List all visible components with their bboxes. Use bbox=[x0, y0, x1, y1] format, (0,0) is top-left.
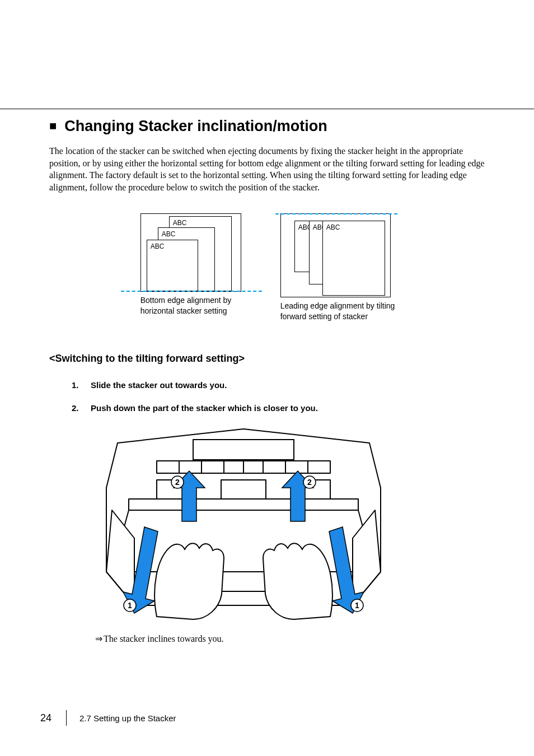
page-number: 24 bbox=[40, 712, 51, 724]
heading-text: Changing Stacker inclination/motion bbox=[64, 118, 327, 134]
figure-caption: forward setting of stacker bbox=[280, 311, 395, 321]
figure-caption: Leading edge alignment by tilting bbox=[280, 301, 395, 311]
result-arrow-icon: ⇒ bbox=[95, 634, 102, 643]
marker-one: 1 bbox=[355, 601, 359, 610]
top-rule bbox=[0, 109, 534, 109]
figure-caption: Bottom edge alignment by bbox=[140, 295, 241, 305]
svg-rect-10 bbox=[221, 480, 266, 499]
step-text: Slide the stacker out towards you. bbox=[91, 380, 227, 390]
sheet-label: ABC bbox=[326, 223, 340, 231]
marker-two: 2 bbox=[175, 478, 180, 487]
result-text: The stacker inclines towards you. bbox=[104, 634, 224, 643]
footer-divider-icon bbox=[66, 710, 67, 726]
svg-rect-0 bbox=[193, 440, 294, 460]
step-2: 2.Push down the part of the stacker whic… bbox=[72, 403, 486, 413]
scanner-illustration: 2 2 1 1 bbox=[95, 426, 486, 624]
alignment-line-icon bbox=[275, 213, 397, 214]
step-number: 1. bbox=[72, 380, 91, 390]
sheet-label: ABC bbox=[162, 230, 176, 238]
sheet-label: ABC bbox=[173, 219, 187, 227]
step-1: 1.Slide the stacker out towards you. bbox=[72, 380, 486, 390]
footer-section: 2.7 Setting up the Stacker bbox=[79, 713, 176, 723]
procedure-subheading: <Switching to the tilting forward settin… bbox=[49, 353, 486, 365]
step-number: 2. bbox=[72, 403, 91, 413]
page-footer: 24 2.7 Setting up the Stacker bbox=[40, 710, 176, 726]
result-line: ⇒The stacker inclines towards you. bbox=[95, 633, 486, 644]
figure-caption: horizontal stacker setting bbox=[140, 306, 241, 316]
intro-paragraph: The location of the stacker can be switc… bbox=[49, 145, 486, 193]
figure-leading-edge: ABC ABC ABC Leading edge alignment by ti… bbox=[280, 213, 395, 321]
marker-two: 2 bbox=[307, 478, 312, 487]
figure-bottom-edge: ABC ABC ABC Bottom edge alignment by hor… bbox=[140, 213, 241, 321]
marker-one: 1 bbox=[128, 601, 132, 610]
sheet-label: ABC bbox=[151, 242, 165, 250]
step-text: Push down the part of the stacker which … bbox=[91, 403, 318, 413]
section-heading: ■Changing Stacker inclination/motion bbox=[49, 118, 486, 135]
alignment-line-icon bbox=[121, 291, 262, 292]
